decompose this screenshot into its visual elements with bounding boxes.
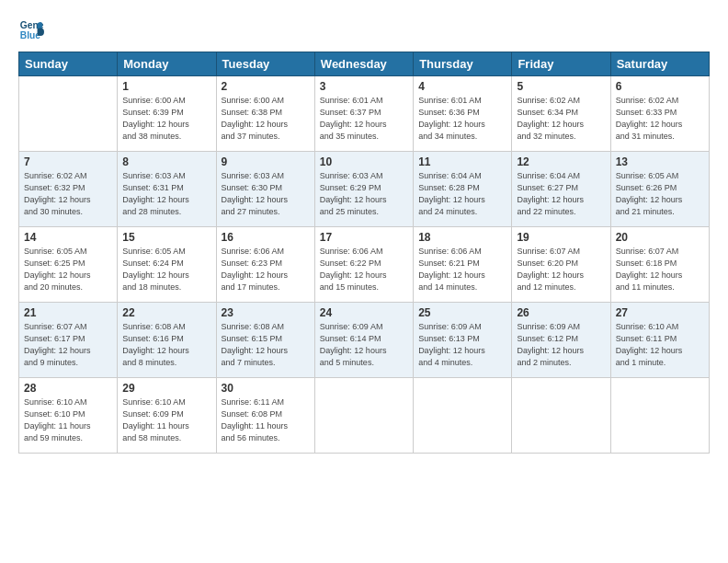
calendar-cell bbox=[512, 378, 610, 454]
day-number: 8 bbox=[122, 155, 210, 168]
day-number: 17 bbox=[320, 231, 408, 244]
day-info: Sunrise: 6:05 AMSunset: 6:25 PMDaylight:… bbox=[24, 246, 112, 293]
calendar-cell: 30Sunrise: 6:11 AMSunset: 6:08 PMDayligh… bbox=[216, 378, 314, 454]
day-info: Sunrise: 6:02 AMSunset: 6:33 PMDaylight:… bbox=[616, 95, 704, 143]
calendar-cell: 18Sunrise: 6:06 AMSunset: 6:21 PMDayligh… bbox=[414, 227, 512, 303]
day-number: 27 bbox=[616, 306, 704, 319]
calendar-cell: 25Sunrise: 6:09 AMSunset: 6:13 PMDayligh… bbox=[414, 303, 512, 378]
day-number: 2 bbox=[222, 80, 310, 93]
calendar-cell: 6Sunrise: 6:02 AMSunset: 6:33 PMDaylight… bbox=[610, 76, 709, 152]
day-number: 11 bbox=[418, 155, 506, 168]
day-number: 14 bbox=[24, 231, 112, 244]
calendar-header-sunday: Sunday bbox=[19, 52, 118, 76]
calendar-cell: 7Sunrise: 6:02 AMSunset: 6:32 PMDaylight… bbox=[19, 152, 118, 227]
calendar-header-monday: Monday bbox=[118, 52, 216, 76]
day-number: 23 bbox=[222, 306, 310, 319]
calendar-cell: 22Sunrise: 6:08 AMSunset: 6:16 PMDayligh… bbox=[118, 303, 216, 378]
day-info: Sunrise: 6:10 AMSunset: 6:11 PMDaylight:… bbox=[616, 321, 704, 369]
day-info: Sunrise: 6:02 AMSunset: 6:32 PMDaylight:… bbox=[24, 170, 112, 218]
day-number: 4 bbox=[418, 80, 506, 93]
page: General Blue SundayMondayTuesdayWednesda… bbox=[0, 0, 728, 563]
calendar-cell: 28Sunrise: 6:10 AMSunset: 6:10 PMDayligh… bbox=[19, 378, 118, 454]
day-number: 22 bbox=[122, 306, 210, 319]
logo-icon: General Blue bbox=[18, 17, 44, 42]
calendar-cell: 11Sunrise: 6:04 AMSunset: 6:28 PMDayligh… bbox=[414, 152, 512, 227]
calendar-header-saturday: Saturday bbox=[610, 52, 709, 76]
day-info: Sunrise: 6:01 AMSunset: 6:36 PMDaylight:… bbox=[418, 95, 506, 143]
calendar-week-1: 1Sunrise: 6:00 AMSunset: 6:39 PMDaylight… bbox=[19, 76, 710, 152]
calendar-cell: 14Sunrise: 6:05 AMSunset: 6:25 PMDayligh… bbox=[19, 227, 118, 303]
day-number: 7 bbox=[24, 155, 112, 168]
day-info: Sunrise: 6:00 AMSunset: 6:39 PMDaylight:… bbox=[122, 95, 210, 143]
calendar-header-row: SundayMondayTuesdayWednesdayThursdayFrid… bbox=[19, 52, 710, 76]
day-info: Sunrise: 6:09 AMSunset: 6:12 PMDaylight:… bbox=[517, 321, 605, 369]
day-info: Sunrise: 6:06 AMSunset: 6:21 PMDaylight:… bbox=[418, 246, 506, 293]
calendar-cell bbox=[314, 378, 413, 454]
day-info: Sunrise: 6:07 AMSunset: 6:20 PMDaylight:… bbox=[517, 246, 605, 293]
day-number: 9 bbox=[222, 155, 310, 168]
day-info: Sunrise: 6:07 AMSunset: 6:18 PMDaylight:… bbox=[616, 246, 704, 293]
calendar-cell: 13Sunrise: 6:05 AMSunset: 6:26 PMDayligh… bbox=[610, 152, 709, 227]
day-info: Sunrise: 6:03 AMSunset: 6:31 PMDaylight:… bbox=[122, 170, 210, 218]
calendar-header-wednesday: Wednesday bbox=[314, 52, 413, 76]
day-info: Sunrise: 6:09 AMSunset: 6:13 PMDaylight:… bbox=[418, 321, 506, 369]
calendar-cell: 12Sunrise: 6:04 AMSunset: 6:27 PMDayligh… bbox=[512, 152, 610, 227]
calendar-cell: 21Sunrise: 6:07 AMSunset: 6:17 PMDayligh… bbox=[19, 303, 118, 378]
day-info: Sunrise: 6:07 AMSunset: 6:17 PMDaylight:… bbox=[24, 321, 112, 369]
calendar-table: SundayMondayTuesdayWednesdayThursdayFrid… bbox=[18, 52, 710, 454]
day-info: Sunrise: 6:11 AMSunset: 6:08 PMDaylight:… bbox=[222, 396, 310, 444]
calendar-cell: 10Sunrise: 6:03 AMSunset: 6:29 PMDayligh… bbox=[314, 152, 413, 227]
calendar-week-2: 7Sunrise: 6:02 AMSunset: 6:32 PMDaylight… bbox=[19, 152, 710, 227]
calendar-cell: 4Sunrise: 6:01 AMSunset: 6:36 PMDaylight… bbox=[414, 76, 512, 152]
day-info: Sunrise: 6:03 AMSunset: 6:30 PMDaylight:… bbox=[222, 170, 310, 218]
calendar-header-friday: Friday bbox=[512, 52, 610, 76]
day-number: 28 bbox=[24, 382, 112, 395]
calendar-cell: 23Sunrise: 6:08 AMSunset: 6:15 PMDayligh… bbox=[216, 303, 314, 378]
day-number: 24 bbox=[320, 306, 408, 319]
day-number: 3 bbox=[320, 80, 408, 93]
calendar-cell: 5Sunrise: 6:02 AMSunset: 6:34 PMDaylight… bbox=[512, 76, 610, 152]
calendar-cell: 15Sunrise: 6:05 AMSunset: 6:24 PMDayligh… bbox=[118, 227, 216, 303]
calendar-cell: 29Sunrise: 6:10 AMSunset: 6:09 PMDayligh… bbox=[118, 378, 216, 454]
day-info: Sunrise: 6:05 AMSunset: 6:24 PMDaylight:… bbox=[122, 246, 210, 293]
calendar-cell bbox=[414, 378, 512, 454]
calendar-cell: 2Sunrise: 6:00 AMSunset: 6:38 PMDaylight… bbox=[216, 76, 314, 152]
calendar-week-4: 21Sunrise: 6:07 AMSunset: 6:17 PMDayligh… bbox=[19, 303, 710, 378]
day-number: 26 bbox=[517, 306, 605, 319]
day-number: 21 bbox=[24, 306, 112, 319]
day-info: Sunrise: 6:00 AMSunset: 6:38 PMDaylight:… bbox=[222, 95, 310, 143]
day-number: 6 bbox=[616, 80, 704, 93]
calendar-week-5: 28Sunrise: 6:10 AMSunset: 6:10 PMDayligh… bbox=[19, 378, 710, 454]
day-number: 13 bbox=[616, 155, 704, 168]
day-info: Sunrise: 6:01 AMSunset: 6:37 PMDaylight:… bbox=[320, 95, 408, 143]
calendar-cell: 19Sunrise: 6:07 AMSunset: 6:20 PMDayligh… bbox=[512, 227, 610, 303]
day-info: Sunrise: 6:05 AMSunset: 6:26 PMDaylight:… bbox=[616, 170, 704, 218]
day-number: 30 bbox=[222, 382, 310, 395]
calendar-cell: 24Sunrise: 6:09 AMSunset: 6:14 PMDayligh… bbox=[314, 303, 413, 378]
calendar-header-tuesday: Tuesday bbox=[216, 52, 314, 76]
day-number: 10 bbox=[320, 155, 408, 168]
day-number: 16 bbox=[222, 231, 310, 244]
day-info: Sunrise: 6:09 AMSunset: 6:14 PMDaylight:… bbox=[320, 321, 408, 369]
day-info: Sunrise: 6:08 AMSunset: 6:15 PMDaylight:… bbox=[222, 321, 310, 369]
day-info: Sunrise: 6:08 AMSunset: 6:16 PMDaylight:… bbox=[122, 321, 210, 369]
day-info: Sunrise: 6:02 AMSunset: 6:34 PMDaylight:… bbox=[517, 95, 605, 143]
calendar-cell: 17Sunrise: 6:06 AMSunset: 6:22 PMDayligh… bbox=[314, 227, 413, 303]
day-number: 25 bbox=[418, 306, 506, 319]
day-number: 1 bbox=[122, 80, 210, 93]
calendar-cell: 9Sunrise: 6:03 AMSunset: 6:30 PMDaylight… bbox=[216, 152, 314, 227]
day-info: Sunrise: 6:10 AMSunset: 6:09 PMDaylight:… bbox=[122, 396, 210, 444]
day-info: Sunrise: 6:03 AMSunset: 6:29 PMDaylight:… bbox=[320, 170, 408, 218]
day-info: Sunrise: 6:04 AMSunset: 6:27 PMDaylight:… bbox=[517, 170, 605, 218]
day-number: 15 bbox=[122, 231, 210, 244]
day-info: Sunrise: 6:04 AMSunset: 6:28 PMDaylight:… bbox=[418, 170, 506, 218]
calendar-cell bbox=[19, 76, 118, 152]
calendar-cell: 20Sunrise: 6:07 AMSunset: 6:18 PMDayligh… bbox=[610, 227, 709, 303]
header: General Blue bbox=[18, 17, 710, 42]
day-number: 29 bbox=[122, 382, 210, 395]
day-number: 20 bbox=[616, 231, 704, 244]
calendar-cell: 8Sunrise: 6:03 AMSunset: 6:31 PMDaylight… bbox=[118, 152, 216, 227]
day-number: 19 bbox=[517, 231, 605, 244]
day-info: Sunrise: 6:06 AMSunset: 6:23 PMDaylight:… bbox=[222, 246, 310, 293]
calendar-cell: 3Sunrise: 6:01 AMSunset: 6:37 PMDaylight… bbox=[314, 76, 413, 152]
